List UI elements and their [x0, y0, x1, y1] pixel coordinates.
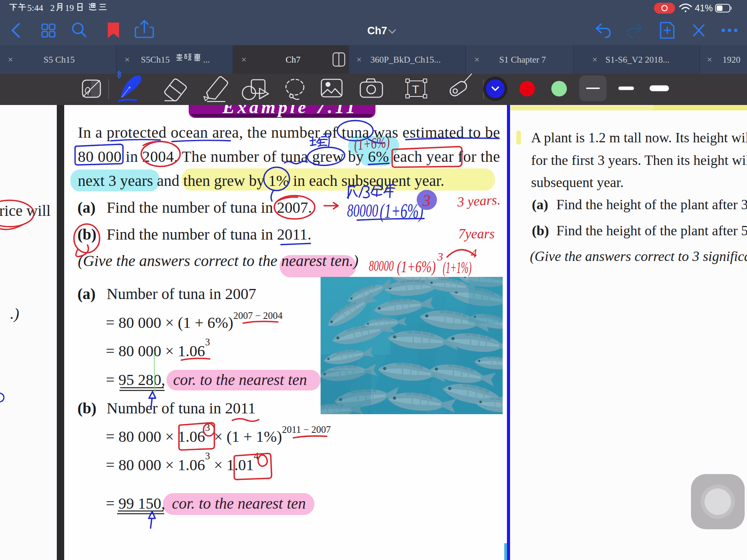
svg-text:Ch7: Ch7 — [367, 25, 387, 37]
svg-text:80000: 80000 — [369, 257, 394, 274]
svg-text:×: × — [241, 54, 247, 65]
svg-text:= 99 150,: = 99 150, — [106, 495, 165, 512]
svg-text:3: 3 — [437, 250, 443, 263]
svg-text:(Give the answers correct to t: (Give the answers correct to the nearest… — [78, 252, 358, 270]
svg-text:×: × — [474, 54, 480, 65]
svg-text:rice will: rice will — [0, 202, 51, 219]
svg-text:1920: 1920 — [722, 55, 740, 65]
svg-text:(b): (b) — [532, 223, 549, 238]
svg-text:T: T — [412, 83, 419, 96]
svg-text:Number of tuna in 2011: Number of tuna in 2011 — [107, 399, 256, 417]
svg-text:×: × — [356, 54, 362, 65]
svg-text:(1+6%): (1+6%) — [380, 200, 423, 222]
svg-text:×: × — [8, 54, 13, 65]
svg-text:subsequent year.: subsequent year. — [531, 175, 624, 190]
svg-text:(b): (b) — [77, 399, 96, 417]
svg-text:7years: 7years — [458, 226, 494, 242]
svg-text:A plant is 1.2 m tall now. Its: A plant is 1.2 m tall now. Its height wi… — [531, 130, 747, 145]
svg-text:Find the number of tuna in 201: Find the number of tuna in 2011. — [107, 226, 311, 243]
svg-text:2: 2 — [50, 3, 55, 13]
svg-text:(b): (b) — [77, 226, 96, 243]
svg-text:.): .) — [10, 305, 19, 322]
svg-text:4: 4 — [471, 246, 477, 260]
svg-text:Number of tuna in 2007: Number of tuna in 2007 — [107, 285, 256, 303]
svg-text:Ch7: Ch7 — [286, 55, 300, 65]
svg-text:S1 Chapter 7: S1 Chapter 7 — [499, 55, 546, 65]
svg-text:(a): (a) — [77, 199, 96, 216]
svg-text:...: ... — [203, 55, 210, 65]
svg-text:(Give the answers correct to 3: (Give the answers correct to 3 significa… — [530, 248, 747, 264]
svg-text:×: × — [592, 54, 598, 65]
svg-text:×: × — [124, 54, 130, 65]
svg-text:cor. to the nearest ten: cor. to the nearest ten — [172, 495, 306, 512]
svg-text:(1+6%): (1+6%) — [353, 133, 391, 154]
svg-text:Find the height of the plant a: Find the height of the plant after 5 yea… — [556, 223, 747, 238]
svg-text:3 years.: 3 years. — [456, 192, 501, 210]
svg-text:next 3 years and then grew by: next 3 years and then grew by 1% in each… — [78, 172, 444, 189]
svg-text:(a): (a) — [77, 285, 96, 303]
svg-text:360P_BkD_Ch15...: 360P_BkD_Ch15... — [370, 55, 441, 65]
svg-text:S1-S6_V2 2018...: S1-S6_V2 2018... — [605, 55, 670, 65]
svg-text:80000: 80000 — [347, 201, 378, 220]
svg-text:Find the height of the plant a: Find the height of the plant after 3 yea… — [556, 197, 747, 212]
svg-text:= 95 280,: = 95 280, — [106, 371, 165, 388]
svg-text:5:44: 5:44 — [27, 3, 43, 13]
svg-text:S5 Ch15: S5 Ch15 — [44, 55, 75, 65]
svg-text:(a): (a) — [532, 197, 548, 212]
svg-text:cor. to the nearest ten: cor. to the nearest ten — [173, 371, 307, 388]
svg-text:3: 3 — [422, 192, 431, 210]
svg-text:41%: 41% — [695, 3, 713, 13]
svg-text:for the first 3 years. Then it: for the first 3 years. Then its height w… — [531, 152, 747, 168]
svg-text:(1+6%): (1+6%) — [397, 258, 436, 276]
svg-text:Find the number of tuna in 200: Find the number of tuna in 2007. — [107, 199, 312, 216]
svg-text:×: × — [707, 54, 712, 65]
svg-text:S5Ch15: S5Ch15 — [141, 55, 170, 65]
svg-text:(1+1%): (1+1%) — [443, 259, 472, 277]
svg-text:19: 19 — [65, 3, 74, 13]
